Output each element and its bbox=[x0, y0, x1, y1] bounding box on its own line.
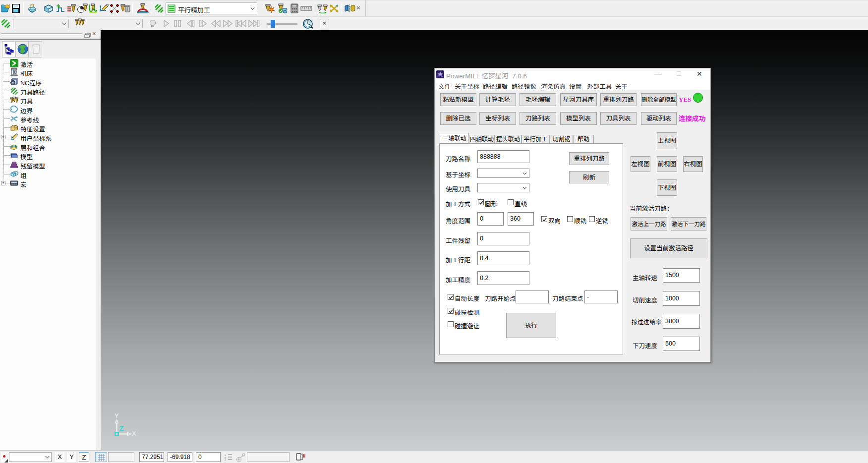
svg-text:X: X bbox=[132, 430, 136, 437]
svg-text:z: z bbox=[225, 459, 226, 462]
svg-text:Z: Z bbox=[119, 424, 124, 432]
svg-text:Y: Y bbox=[115, 412, 119, 419]
